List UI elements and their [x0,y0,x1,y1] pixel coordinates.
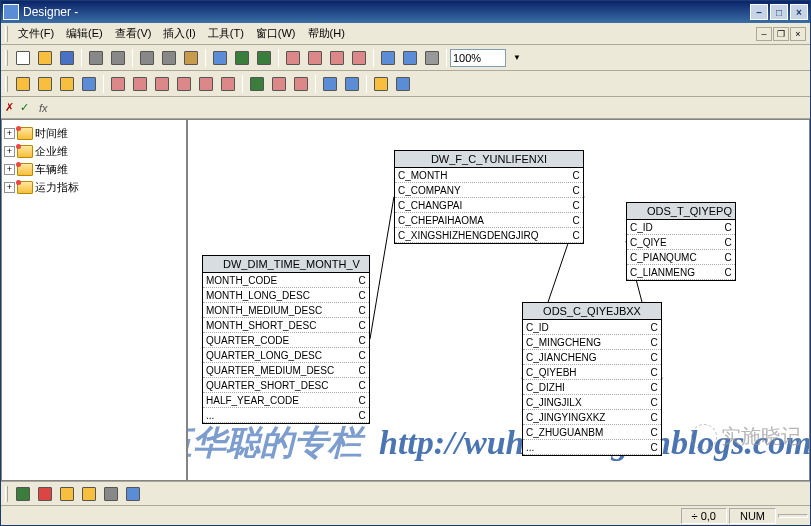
redo-icon[interactable] [253,47,275,69]
obj3-icon[interactable] [290,73,312,95]
filter-icon[interactable] [56,73,78,95]
entity-column[interactable]: MONTH_CODEC [203,273,369,288]
entity-column[interactable]: QUARTER_SHORT_DESCC [203,378,369,393]
minimize-button[interactable]: – [750,4,768,20]
fld4-icon[interactable] [173,73,195,95]
entity-column[interactable]: C_QIYEBHC [523,365,661,380]
menu-item[interactable]: 查看(V) [109,24,158,43]
entity-column[interactable]: C_JINGJILXC [523,395,661,410]
group-icon[interactable] [78,483,100,505]
close-button[interactable]: × [790,4,808,20]
preview-icon[interactable] [107,47,129,69]
entity-column[interactable]: C_COMPANYC [395,183,583,198]
entity-column[interactable]: MONTH_SHORT_DESCC [203,318,369,333]
menu-item[interactable]: 帮助(H) [302,24,351,43]
entity-column[interactable]: C_JIANCHENGC [523,350,661,365]
tree-panel[interactable]: +时间维+企业维+车辆维+运力指标 [1,119,187,481]
menu-item[interactable]: 工具(T) [202,24,250,43]
filter-icon[interactable] [56,483,78,505]
tab3-icon[interactable] [348,47,370,69]
entity-column[interactable]: ...C [203,408,369,423]
menu-item[interactable]: 插入(I) [157,24,201,43]
zoom-input[interactable] [450,49,506,67]
schema-icon[interactable] [282,47,304,69]
entity-column[interactable]: C_QIYEC [627,235,735,250]
add2-icon[interactable] [341,73,363,95]
cut-icon[interactable] [136,47,158,69]
lock-icon[interactable] [421,47,443,69]
entity-column[interactable]: C_ZHUGUANBMC [523,425,661,440]
copy-icon[interactable] [158,47,180,69]
tree-node[interactable]: +时间维 [4,124,184,142]
dec-icon[interactable] [195,73,217,95]
expand-icon[interactable]: + [4,182,15,193]
entity-column[interactable]: HALF_YEAR_CODEC [203,393,369,408]
entity-column[interactable]: C_DIZHIC [523,380,661,395]
entity-column[interactable]: C_LIANMENGC [627,265,735,280]
tab2-icon[interactable] [326,47,348,69]
zoom-dropdown-icon[interactable]: ▼ [506,47,528,69]
cam1-icon[interactable] [12,73,34,95]
tree-node[interactable]: +车辆维 [4,160,184,178]
find-icon[interactable] [209,47,231,69]
confirm-icon[interactable]: ✓ [20,101,29,114]
print-icon[interactable] [85,47,107,69]
menu-item[interactable]: 编辑(E) [60,24,109,43]
entity-column[interactable]: C_XINGSHIZHENGDENGJIRQC [395,228,583,243]
entity-column[interactable]: C_MONTHC [395,168,583,183]
entity-column[interactable]: QUARTER_CODEC [203,333,369,348]
paste-icon[interactable] [180,47,202,69]
entity-column[interactable]: C_JINGYINGXKZC [523,410,661,425]
entity-column[interactable]: C_IDC [627,220,735,235]
prop-icon[interactable] [100,483,122,505]
obj-icon[interactable] [78,73,100,95]
tab1-icon[interactable] [304,47,326,69]
save-icon[interactable] [56,47,78,69]
maximize-button[interactable]: □ [770,4,788,20]
entity-column[interactable]: C_IDC [523,320,661,335]
expand-icon[interactable]: + [4,164,15,175]
entity-column[interactable]: QUARTER_LONG_DESCC [203,348,369,363]
anno-icon[interactable] [217,73,239,95]
cam2-icon[interactable] [34,73,56,95]
plus-icon[interactable] [246,73,268,95]
entity-column[interactable]: MONTH_MEDIUM_DESCC [203,303,369,318]
refresh-icon[interactable] [370,73,392,95]
fx-icon[interactable]: fx [35,102,52,114]
add1-icon[interactable] [319,73,341,95]
entity-column[interactable]: MONTH_LONG_DESCC [203,288,369,303]
entity-column[interactable]: C_PIANQUMCC [627,250,735,265]
undo-icon[interactable] [231,47,253,69]
open-icon[interactable] [34,47,56,69]
entity-column[interactable]: QUARTER_MEDIUM_DESCC [203,363,369,378]
expand-icon[interactable]: + [4,128,15,139]
win-icon[interactable] [399,47,421,69]
mdi-restore-button[interactable]: ❐ [773,27,789,41]
expand-icon[interactable]: + [4,146,15,157]
obj2-icon[interactable] [268,73,290,95]
entity-column[interactable]: C_MINGCHENGC [523,335,661,350]
entity-ODS_C_QIYEJBXX[interactable]: ODS_C_QIYEJBXXC_IDCC_MINGCHENGCC_JIANCHE… [522,302,662,456]
mdi-close-button[interactable]: × [790,27,806,41]
entity-column[interactable]: C_CHEPAIHAOMAC [395,213,583,228]
mdi-minimize-button[interactable]: – [756,27,772,41]
menu-item[interactable]: 窗口(W) [250,24,302,43]
fld2-icon[interactable] [129,73,151,95]
grid-icon[interactable] [377,47,399,69]
addlink-icon[interactable] [12,483,34,505]
info-icon[interactable] [392,73,414,95]
entity-column[interactable]: C_CHANGPAIC [395,198,583,213]
fld1-icon[interactable] [107,73,129,95]
entity-ODS_T_QIYEPQ[interactable]: ODS_T_QIYEPQC_IDCC_QIYECC_PIANQUMCCC_LIA… [626,202,736,281]
tree-node[interactable]: +企业维 [4,142,184,160]
push-icon[interactable] [122,483,144,505]
diagram-canvas[interactable]: 伍华聪的专栏 http://wuhuacong.cnblogs.com 实施晓记… [187,119,810,481]
menu-item[interactable]: 文件(F) [12,24,60,43]
entity-DW_F_C_YUNLIFENXI[interactable]: DW_F_C_YUNLIFENXIC_MONTHCC_COMPANYCC_CHA… [394,150,584,244]
fld3-icon[interactable] [151,73,173,95]
entity-DW_DIM_TIME_MONTH_V[interactable]: DW_DIM_TIME_MONTH_VMONTH_CODECMONTH_LONG… [202,255,370,424]
cancel-icon[interactable]: ✗ [5,101,14,114]
tree-node[interactable]: +运力指标 [4,178,184,196]
del-icon[interactable] [34,483,56,505]
new-icon[interactable] [12,47,34,69]
